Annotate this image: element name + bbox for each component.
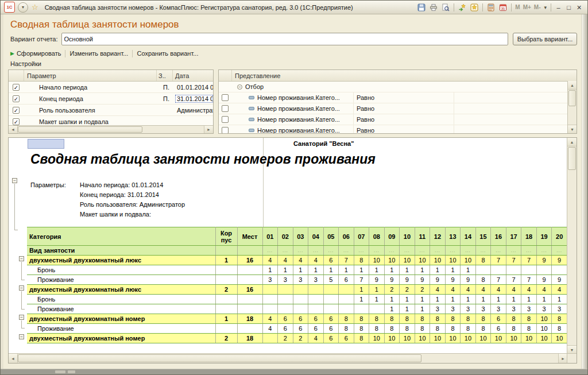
korpus-cell[interactable] <box>215 265 237 275</box>
report-cell[interactable]: ... <box>369 246 385 256</box>
day-value-cell[interactable]: 8 <box>445 324 461 334</box>
day-value-cell[interactable]: 3 <box>521 304 537 314</box>
day-value-cell[interactable]: 8 <box>369 324 385 334</box>
day-value-cell[interactable]: 8 <box>461 324 476 334</box>
day-value-cell[interactable]: 1 <box>323 265 339 275</box>
detail-label-cell[interactable]: Проживание <box>27 324 215 334</box>
print-button[interactable] <box>428 2 439 13</box>
day-value-cell[interactable]: 8 <box>430 314 446 324</box>
day-value-cell[interactable]: 9 <box>552 275 567 285</box>
day-value-cell[interactable]: 4 <box>262 256 278 265</box>
day-column-header[interactable]: 13 <box>445 227 461 246</box>
day-value-cell[interactable] <box>262 295 278 304</box>
category-row[interactable]: двухместный двухкомнатный номер218224668… <box>27 334 567 343</box>
day-value-cell[interactable]: 10 <box>506 334 521 343</box>
report-cell[interactable]: ... <box>552 246 567 256</box>
day-value-cell[interactable]: 1 <box>415 304 430 314</box>
memory-m-button[interactable]: M <box>514 4 521 10</box>
filter-checkbox[interactable] <box>222 105 229 112</box>
scrollbar-track[interactable] <box>421 354 558 363</box>
mest-cell[interactable] <box>237 265 262 275</box>
main-menu-button[interactable]: ▾ <box>18 2 28 13</box>
day-value-cell[interactable]: 7 <box>521 256 537 265</box>
day-value-cell[interactable]: 9 <box>369 275 385 285</box>
memory-m-minus-button[interactable]: M- <box>533 4 542 10</box>
print-preview-button[interactable] <box>440 2 451 13</box>
report-cell[interactable]: ... <box>323 246 339 256</box>
day-value-cell[interactable]: 10 <box>536 324 552 334</box>
filter-checkbox[interactable] <box>222 127 229 134</box>
day-value-cell[interactable]: 8 <box>354 256 369 265</box>
mest-column-header[interactable]: Мест <box>237 227 262 246</box>
category-column-header[interactable]: Категория <box>27 227 215 246</box>
day-value-cell[interactable]: 8 <box>506 324 521 334</box>
scroll-left-icon[interactable]: ◄ <box>9 354 18 363</box>
korpus-cell[interactable]: 2 <box>215 285 237 295</box>
day-column-header[interactable]: 07 <box>354 227 369 246</box>
day-value-cell[interactable]: 10 <box>536 334 552 343</box>
day-value-cell[interactable]: 9 <box>400 275 415 285</box>
add-to-favorites-button[interactable] <box>457 2 468 13</box>
day-value-cell[interactable]: 2 <box>278 334 293 343</box>
korpus-cell[interactable] <box>215 295 237 304</box>
detail-row[interactable]: Проживание466668888888888688108 <box>27 324 567 334</box>
day-value-cell[interactable]: 8 <box>475 314 491 324</box>
day-value-cell[interactable]: 1 <box>491 295 506 304</box>
mest-cell[interactable]: 18 <box>237 314 262 324</box>
collapse-group-button[interactable]: − <box>19 334 24 339</box>
day-value-cell[interactable]: 10 <box>461 256 476 265</box>
parameters-hscrollbar[interactable]: ◄ ► <box>9 125 213 133</box>
report-cell[interactable]: ... <box>415 246 430 256</box>
korpus-cell[interactable]: 1 <box>215 256 237 265</box>
collapse-group-button[interactable]: − <box>19 285 24 291</box>
report-parameters-label[interactable]: Параметры: <box>30 181 80 221</box>
mest-cell[interactable]: 16 <box>237 256 262 265</box>
filter-row[interactable]: Номер проживания.Катего...Равно <box>219 103 577 114</box>
day-value-cell[interactable]: 1 <box>521 295 537 304</box>
scroll-left-icon[interactable]: ◄ <box>9 126 18 133</box>
filter-checkbox[interactable] <box>222 116 229 123</box>
day-value-cell[interactable]: 7 <box>339 256 354 265</box>
day-value-cell[interactable]: 3 <box>278 275 293 285</box>
day-value-cell[interactable] <box>323 304 339 314</box>
day-value-cell[interactable]: 10 <box>384 334 400 343</box>
report-cell[interactable]: ... <box>491 246 506 256</box>
report-cell[interactable]: ... <box>445 246 461 256</box>
day-value-cell[interactable]: 10 <box>445 256 461 265</box>
report-cell[interactable]: ... <box>400 246 415 256</box>
day-value-cell[interactable]: 7 <box>354 275 369 285</box>
day-value-cell[interactable]: 4 <box>461 285 476 295</box>
korpus-cell[interactable]: 2 <box>215 334 237 343</box>
filter-row[interactable]: Номер проживания.Катего...Равно <box>219 114 577 125</box>
day-value-cell[interactable]: 1 <box>415 295 430 304</box>
filter-group-row[interactable]: − Отбор <box>219 82 577 92</box>
category-cell[interactable]: двухместный двухкомнатный номер <box>27 334 215 343</box>
day-value-cell[interactable] <box>308 295 324 304</box>
day-value-cell[interactable]: 1 <box>369 295 385 304</box>
day-value-cell[interactable]: 6 <box>339 334 354 343</box>
report-cell[interactable]: ... <box>461 246 476 256</box>
report-cell[interactable]: ... <box>521 246 537 256</box>
day-value-cell[interactable]: 1 <box>384 304 400 314</box>
parameter-row[interactable]: ✓Роль пользователяАдминистратор <box>9 105 213 116</box>
day-value-cell[interactable]: 4 <box>278 256 293 265</box>
favorites-star-icon[interactable]: ☆ <box>32 3 38 11</box>
day-value-cell[interactable]: 10 <box>400 334 415 343</box>
day-value-cell[interactable] <box>262 285 278 295</box>
day-value-cell[interactable]: 1 <box>384 295 400 304</box>
day-column-header[interactable]: 12 <box>430 227 446 246</box>
report-title[interactable]: Сводная таблица занятости номеров прожив… <box>30 152 376 167</box>
detail-label-cell[interactable]: Проживание <box>27 304 215 314</box>
day-value-cell[interactable]: 1 <box>369 265 385 275</box>
day-column-header[interactable]: 05 <box>323 227 339 246</box>
day-value-cell[interactable]: 8 <box>354 314 369 324</box>
day-value-cell[interactable]: 10 <box>384 256 400 265</box>
detail-row[interactable]: Проживание111333333333 <box>27 304 567 314</box>
day-value-cell[interactable]: 4 <box>536 285 552 295</box>
day-value-cell[interactable]: 1 <box>369 285 385 295</box>
detail-row[interactable]: Бронь11111111111111 <box>27 265 567 275</box>
day-value-cell[interactable]: 4 <box>308 256 324 265</box>
day-value-cell[interactable] <box>521 265 537 275</box>
day-value-cell[interactable]: 8 <box>415 314 430 324</box>
day-value-cell[interactable]: 1 <box>278 265 293 275</box>
